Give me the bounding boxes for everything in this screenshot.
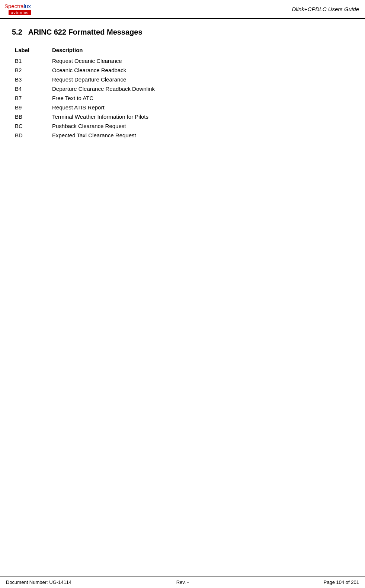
row-description: Expected Taxi Clearance Request [49,131,353,140]
main-content: 5.2ARINC 622 Formatted Messages Label De… [0,19,365,155]
logo-avionics: avionics [9,10,31,15]
logo: Spectralux avionics [4,3,31,15]
logo-lux: lux [24,3,31,9]
row-label: B3 [12,75,49,84]
row-description: Terminal Weather Information for Pilots [49,112,353,121]
section-number: 5.2 [12,28,22,36]
section-title: ARINC 622 Formatted Messages [28,28,143,36]
table-row: BCPushback Clearance Request [12,121,353,131]
row-label: BB [12,112,49,121]
row-label: B7 [12,93,49,103]
table-row: B4Departure Clearance Readback Downlink [12,84,353,93]
table-row: B7Free Text to ATC [12,93,353,103]
row-description: Departure Clearance Readback Downlink [49,84,353,93]
column-header-label: Label [12,45,49,56]
column-header-description: Description [49,45,353,56]
section-heading: 5.2ARINC 622 Formatted Messages [12,28,353,38]
table-row: BBTerminal Weather Information for Pilot… [12,112,353,121]
logo-text: Spectralux [4,3,31,9]
logo-spectra: Spectra [4,3,24,9]
table-row: B3Request Departure Clearance [12,75,353,84]
row-label: BC [12,121,49,131]
row-label: B4 [12,84,49,93]
row-label: BD [12,131,49,140]
row-description: Free Text to ATC [49,93,353,103]
footer-page: Page 104 of 201 [241,579,359,585]
row-label: B9 [12,103,49,112]
table-row: B1Request Oceanic Clearance [12,56,353,65]
footer-document-number: Document Number: UG-14114 [6,579,124,585]
table-row: B9Request ATIS Report [12,103,353,112]
table-row: B2Oceanic Clearance Readback [12,65,353,75]
row-description: Oceanic Clearance Readback [49,65,353,75]
row-description: Request ATIS Report [49,103,353,112]
table-row: BDExpected Taxi Clearance Request [12,131,353,140]
footer-rev: Rev. - [124,579,241,585]
footer-doc-label: Document Number: [6,579,48,585]
row-description: Request Oceanic Clearance [49,56,353,65]
row-description: Pushback Clearance Request [49,121,353,131]
footer-doc-value: UG-14114 [49,579,71,585]
page-header: Spectralux avionics Dlink+CPDLC Users Gu… [0,0,365,19]
document-title: Dlink+CPDLC Users Guide [292,6,359,12]
page-footer: Document Number: UG-14114 Rev. - Page 10… [0,576,365,588]
row-description: Request Departure Clearance [49,75,353,84]
row-label: B1 [12,56,49,65]
row-label: B2 [12,65,49,75]
table-header-row: Label Description [12,45,353,56]
messages-table: Label Description B1Request Oceanic Clea… [12,45,353,140]
